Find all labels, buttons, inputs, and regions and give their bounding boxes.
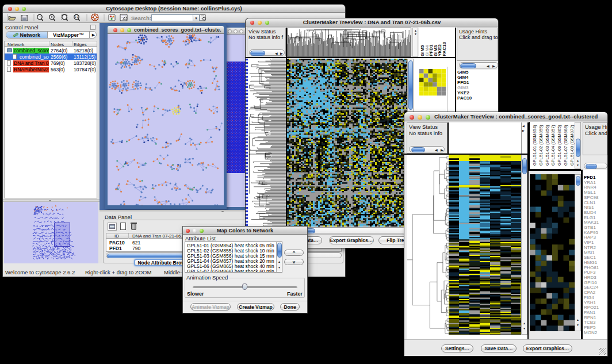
svg-text:1:1: 1:1 bbox=[75, 16, 79, 18]
